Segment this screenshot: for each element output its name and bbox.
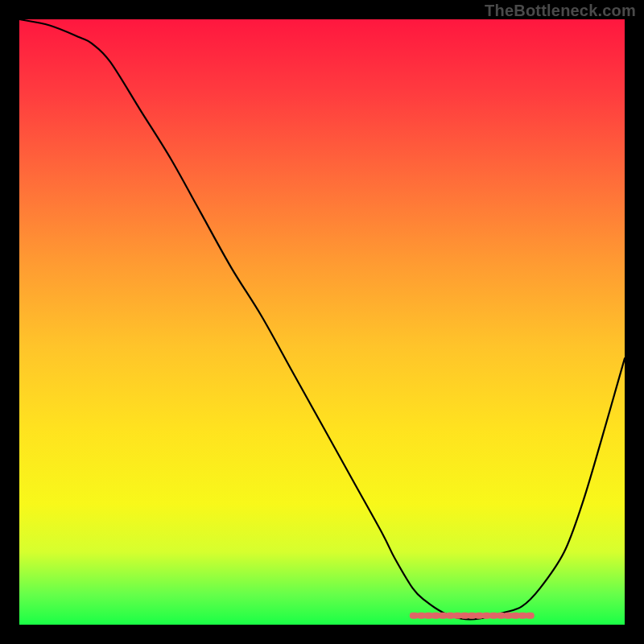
- outer-frame: TheBottleneck.com: [0, 0, 644, 644]
- bottleneck-curve: [19, 19, 625, 619]
- chart-plot-area: [19, 19, 625, 625]
- chart-curve-layer: [19, 19, 625, 625]
- attribution-text: TheBottleneck.com: [485, 2, 636, 20]
